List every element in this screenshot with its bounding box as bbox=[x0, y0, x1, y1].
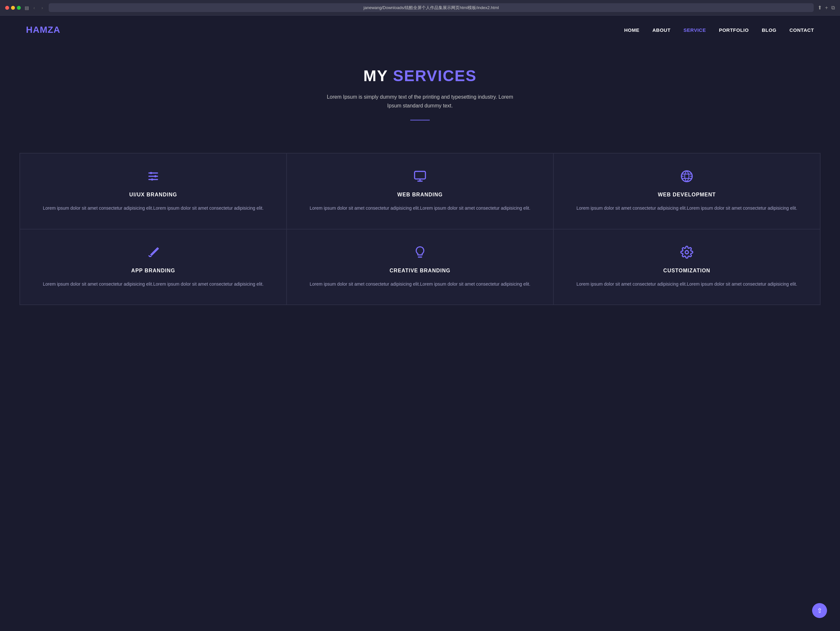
hero-subtitle: Lorem Ipsum is simply dummy text of the … bbox=[323, 93, 517, 110]
service-title-app-branding: APP BRANDING bbox=[33, 268, 273, 274]
address-bar[interactable] bbox=[49, 3, 813, 12]
hero-section: MY SERVICES Lorem Ipsum is simply dummy … bbox=[0, 44, 840, 133]
site-header: HAMZA HOME ABOUT SERVICE PORTFOLIO BLOG … bbox=[0, 16, 840, 44]
service-title-uiux: UI/UX BRANDING bbox=[33, 192, 273, 198]
service-desc-web-branding: Lorem ipsum dolor sit amet consectetur a… bbox=[300, 204, 540, 212]
sidebar-toggle-icon[interactable]: ▤ bbox=[25, 5, 29, 10]
service-card-customization: CUSTOMIZATION Lorem ipsum dolor sit amet… bbox=[553, 229, 820, 305]
nav-portfolio[interactable]: PORTFOLIO bbox=[719, 27, 749, 33]
svg-point-7 bbox=[685, 251, 688, 254]
new-tab-icon[interactable]: + bbox=[825, 5, 828, 11]
nav-blog[interactable]: BLOG bbox=[762, 27, 776, 33]
browser-action-buttons: ⬆ + ⧉ bbox=[818, 5, 835, 11]
wordpress-icon bbox=[567, 170, 807, 183]
svg-point-2 bbox=[151, 178, 153, 181]
nav-home[interactable]: HOME bbox=[624, 27, 639, 33]
service-card-app-branding: APP BRANDING Lorem ipsum dolor sit amet … bbox=[20, 229, 287, 305]
minimize-dot[interactable] bbox=[11, 6, 15, 10]
back-arrow-icon[interactable]: ‹ bbox=[32, 4, 37, 12]
service-desc-app-branding: Lorem ipsum dolor sit amet consectetur a… bbox=[33, 280, 273, 288]
svg-point-1 bbox=[154, 175, 156, 178]
site-logo: HAMZA bbox=[26, 25, 60, 35]
share-icon[interactable]: ⬆ bbox=[818, 5, 822, 11]
bulb-icon bbox=[300, 246, 540, 259]
monitor-icon bbox=[300, 170, 540, 183]
browser-traffic-lights bbox=[5, 6, 21, 10]
browser-nav: ▤ ‹ › bbox=[25, 4, 45, 12]
sliders-icon bbox=[33, 170, 273, 183]
service-title-web-branding: WEB BRANDING bbox=[300, 192, 540, 198]
service-card-uiux: UI/UX BRANDING Lorem ipsum dolor sit ame… bbox=[20, 153, 287, 229]
tabs-icon[interactable]: ⧉ bbox=[831, 5, 835, 11]
nav-contact[interactable]: CONTACT bbox=[789, 27, 814, 33]
service-card-web-branding: WEB BRANDING Lorem ipsum dolor sit amet … bbox=[287, 153, 553, 229]
main-nav: HOME ABOUT SERVICE PORTFOLIO BLOG CONTAC… bbox=[624, 27, 814, 33]
nav-about[interactable]: ABOUT bbox=[652, 27, 671, 33]
service-desc-customization: Lorem ipsum dolor sit amet consectetur a… bbox=[567, 280, 807, 288]
service-card-creative: CREATIVE BRANDING Lorem ipsum dolor sit … bbox=[287, 229, 553, 305]
scroll-to-top-button[interactable]: ⇧ bbox=[812, 603, 827, 618]
svg-rect-3 bbox=[414, 171, 425, 179]
service-desc-uiux: Lorem ipsum dolor sit amet consectetur a… bbox=[33, 204, 273, 212]
service-title-web-dev: WEB DEVELOPMENT bbox=[567, 192, 807, 198]
nav-service[interactable]: SERVICE bbox=[684, 27, 706, 33]
services-section: UI/UX BRANDING Lorem ipsum dolor sit ame… bbox=[0, 133, 840, 331]
service-title-customization: CUSTOMIZATION bbox=[567, 268, 807, 274]
page-title: MY SERVICES bbox=[26, 67, 814, 85]
close-dot[interactable] bbox=[5, 6, 9, 10]
page-wrapper: HAMZA HOME ABOUT SERVICE PORTFOLIO BLOG … bbox=[0, 16, 840, 331]
forward-arrow-icon[interactable]: › bbox=[39, 4, 45, 12]
service-desc-creative: Lorem ipsum dolor sit amet consectetur a… bbox=[300, 280, 540, 288]
brush-icon bbox=[33, 246, 273, 259]
service-desc-web-dev: Lorem ipsum dolor sit amet consectetur a… bbox=[567, 204, 807, 212]
svg-point-0 bbox=[150, 172, 152, 174]
title-white: MY bbox=[363, 67, 388, 84]
hero-divider bbox=[410, 120, 430, 120]
title-purple: SERVICES bbox=[393, 67, 477, 84]
service-title-creative: CREATIVE BRANDING bbox=[300, 268, 540, 274]
cogs-icon bbox=[567, 246, 807, 259]
maximize-dot[interactable] bbox=[17, 6, 21, 10]
services-grid: UI/UX BRANDING Lorem ipsum dolor sit ame… bbox=[19, 153, 821, 305]
browser-chrome: ▤ ‹ › ⬆ + ⧉ bbox=[0, 0, 840, 16]
service-card-web-dev: WEB DEVELOPMENT Lorem ipsum dolor sit am… bbox=[553, 153, 820, 229]
